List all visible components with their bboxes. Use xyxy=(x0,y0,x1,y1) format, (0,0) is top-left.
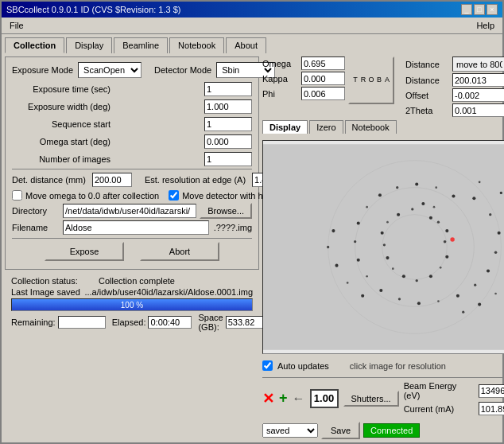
red-x-icon[interactable]: ✕ xyxy=(262,390,274,407)
browse-button[interactable]: Browse... xyxy=(200,203,252,219)
auto-updates-checkbox[interactable] xyxy=(262,360,273,371)
right-panel: Omega Kappa Phi ABORT xyxy=(262,56,504,439)
svg-point-6 xyxy=(445,229,448,232)
svg-point-41 xyxy=(435,186,437,189)
omega-input[interactable] xyxy=(301,56,345,70)
click-image-label: click image for resolution xyxy=(350,361,446,371)
distance-value-input[interactable] xyxy=(452,73,504,87)
svg-point-21 xyxy=(445,255,448,259)
distance-val-label: Distance xyxy=(405,76,449,85)
directory-input[interactable] xyxy=(63,204,196,218)
expose-row: Expose Abort xyxy=(12,238,252,264)
expose-button[interactable]: Expose xyxy=(45,242,124,261)
save-select[interactable]: saved unsaved xyxy=(262,423,318,438)
svg-point-16 xyxy=(392,267,394,270)
tab-display[interactable]: Display xyxy=(66,37,112,53)
menu-file[interactable]: File xyxy=(5,19,29,32)
svg-point-50 xyxy=(327,246,329,248)
move-detector-checkbox[interactable] xyxy=(169,190,179,201)
maximize-btn[interactable]: □ xyxy=(474,4,485,15)
space-input xyxy=(226,316,266,329)
checkboxes-area: Move omega to 0.0 after collection Move … xyxy=(12,190,252,201)
move-omega-row: Move omega to 0.0 after collection Move … xyxy=(12,190,252,201)
sequence-start-input[interactable] xyxy=(204,117,252,131)
offset-input[interactable] xyxy=(452,88,504,102)
twotheta-label: 2Theta xyxy=(405,106,449,115)
exposure-time-input[interactable] xyxy=(204,82,252,96)
det-distance-input[interactable] xyxy=(92,173,132,187)
save-button[interactable]: Save xyxy=(321,422,360,439)
beam-energy-input[interactable] xyxy=(479,384,504,398)
current-ma-label: Current (mA) xyxy=(404,404,475,414)
svg-point-11 xyxy=(397,213,400,216)
phi-label: Phi xyxy=(262,89,298,99)
status-section: Collection status: Collection complete L… xyxy=(5,273,259,335)
svg-point-9 xyxy=(421,202,425,205)
tab-collection[interactable]: Collection xyxy=(5,37,64,53)
remaining-input[interactable] xyxy=(58,316,106,329)
filename-input[interactable] xyxy=(63,220,209,235)
svg-point-4 xyxy=(429,216,432,220)
svg-point-5 xyxy=(437,221,440,224)
remaining-label: Remaining: xyxy=(11,317,56,327)
abort-button[interactable]: Abort xyxy=(140,242,219,261)
svg-point-45 xyxy=(500,192,502,194)
svg-point-13 xyxy=(381,232,384,235)
main-window: SBCcollect 0.9.0.1 ID (CVS $Revision: 1.… xyxy=(0,0,504,444)
exposure-mode-select[interactable]: ScanOpen ScanClose Single xyxy=(78,62,142,78)
distance-dropdown[interactable]: move to 800 move to 600 move to 400 xyxy=(452,56,504,72)
directory-row: Directory Browse... xyxy=(12,203,252,219)
svg-point-34 xyxy=(357,259,360,262)
det-distance-row: Det. distance (mm) Est. resolution at ed… xyxy=(12,169,252,187)
svg-point-35 xyxy=(354,240,356,243)
display-tab-display[interactable]: Display xyxy=(262,120,308,134)
current-ma-input[interactable] xyxy=(479,402,504,415)
svg-point-44 xyxy=(479,181,481,183)
omega-start-input[interactable] xyxy=(204,134,252,149)
num-images-label: Number of images xyxy=(12,154,115,164)
twotheta-input[interactable] xyxy=(452,103,504,117)
title-bar: SBCcollect 0.9.0.1 ID (CVS $Revision: 1.… xyxy=(2,2,502,18)
bottom-stats: Remaining: Elapsed: Space (GB): xyxy=(11,313,253,332)
tab-about[interactable]: About xyxy=(226,37,266,53)
left-panel: Exposure Mode ScanOpen ScanClose Single … xyxy=(5,56,259,439)
svg-point-49 xyxy=(331,229,335,232)
main-content: Exposure Mode ScanOpen ScanClose Single … xyxy=(2,53,502,442)
svg-point-32 xyxy=(379,289,382,292)
display-tab-izero[interactable]: Izero xyxy=(309,120,343,134)
svg-point-33 xyxy=(366,275,368,278)
svg-point-15 xyxy=(386,256,389,259)
close-btn[interactable]: × xyxy=(487,4,498,15)
collection-status-value: Collection complete xyxy=(99,276,175,286)
phi-input[interactable] xyxy=(301,87,345,100)
tabs-row: Collection Display Beamline Notebook Abo… xyxy=(2,34,502,53)
params-row: Omega Kappa Phi ABORT xyxy=(262,56,504,117)
exposure-width-input[interactable] xyxy=(204,99,252,114)
kappa-input[interactable] xyxy=(301,72,345,85)
connected-button[interactable]: Connected xyxy=(363,423,420,438)
menu-help[interactable]: Help xyxy=(471,19,499,32)
display-tabs: Display Izero Notebook xyxy=(262,120,504,134)
green-plus-icon[interactable]: + xyxy=(279,390,288,407)
num-images-input[interactable] xyxy=(204,152,252,166)
svg-point-51 xyxy=(335,264,338,267)
image-display[interactable] xyxy=(262,140,504,354)
tab-notebook[interactable]: Notebook xyxy=(169,37,224,53)
svg-point-25 xyxy=(494,251,498,255)
svg-point-29 xyxy=(437,300,440,302)
save-row: saved unsaved Save Connected xyxy=(262,422,504,439)
filename-suffix: .????.img xyxy=(214,223,252,232)
last-image-label: Last Image saved xyxy=(11,287,84,297)
abort-right-button[interactable]: ABORT xyxy=(348,56,394,104)
shutters-button[interactable]: Shutters... xyxy=(343,391,399,407)
display-tab-notebook[interactable]: Notebook xyxy=(345,120,397,134)
arrow-left-icon: ← xyxy=(293,391,305,406)
move-omega-checkbox[interactable] xyxy=(12,190,22,201)
svg-point-52 xyxy=(347,282,349,284)
tab-beamline[interactable]: Beamline xyxy=(114,37,168,53)
num-images-row: Number of images xyxy=(12,151,252,167)
minimize-btn[interactable]: _ xyxy=(461,4,472,15)
space-label: Space (GB): xyxy=(198,313,223,332)
progress-text: 100 % xyxy=(12,301,252,310)
sequence-start-label: Sequence start xyxy=(12,119,115,129)
